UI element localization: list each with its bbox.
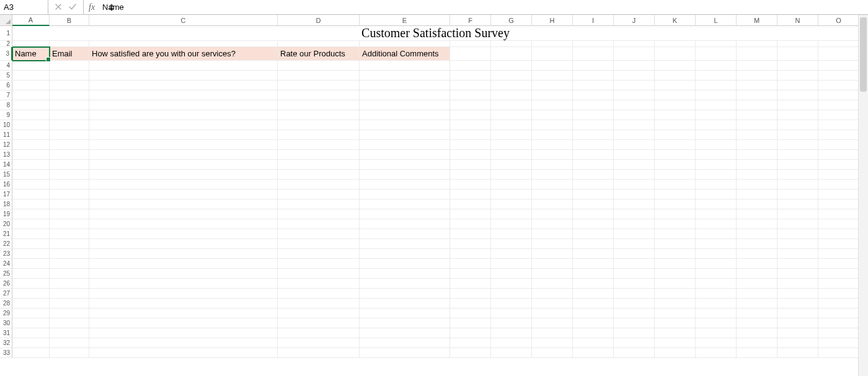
cell-C24[interactable] bbox=[89, 259, 278, 269]
cell-H32[interactable] bbox=[532, 338, 573, 348]
cell-H11[interactable] bbox=[532, 130, 573, 140]
cell-I4[interactable] bbox=[573, 61, 614, 71]
cell-C23[interactable] bbox=[89, 249, 278, 259]
cell-F33[interactable] bbox=[450, 348, 491, 358]
cell-N10[interactable] bbox=[777, 120, 818, 130]
cell-F16[interactable] bbox=[450, 180, 491, 190]
cell-F23[interactable] bbox=[450, 249, 491, 259]
cell-O15[interactable] bbox=[818, 170, 859, 180]
cell-F22[interactable] bbox=[450, 239, 491, 249]
cell-O30[interactable] bbox=[818, 318, 859, 328]
cell-E26[interactable] bbox=[360, 279, 450, 289]
cell-F12[interactable] bbox=[450, 140, 491, 150]
cell-D9[interactable] bbox=[278, 110, 360, 120]
cell-B17[interactable] bbox=[50, 190, 89, 199]
cell-B22[interactable] bbox=[50, 239, 89, 249]
cell-L4[interactable] bbox=[696, 61, 737, 71]
cell-D18[interactable] bbox=[278, 199, 360, 209]
cell-J15[interactable] bbox=[614, 170, 655, 180]
cell-O27[interactable] bbox=[818, 289, 859, 299]
cell-M6[interactable] bbox=[737, 81, 777, 90]
cell-F15[interactable] bbox=[450, 170, 491, 180]
cell-O6[interactable] bbox=[818, 81, 859, 90]
cell-N4[interactable] bbox=[777, 61, 818, 71]
cell-G10[interactable] bbox=[491, 120, 532, 130]
cell-F11[interactable] bbox=[450, 130, 491, 140]
cell-C9[interactable] bbox=[89, 110, 278, 120]
cell-N2[interactable] bbox=[777, 41, 818, 47]
cell-K15[interactable] bbox=[655, 170, 696, 180]
row-header-33[interactable]: 33 bbox=[0, 348, 12, 358]
cell-C20[interactable] bbox=[89, 219, 278, 229]
row-header-26[interactable]: 26 bbox=[0, 279, 12, 289]
row-header-1[interactable]: 1 bbox=[0, 26, 12, 41]
cell-B15[interactable] bbox=[50, 170, 89, 180]
row-header-8[interactable]: 8 bbox=[0, 100, 12, 110]
cell-G28[interactable] bbox=[491, 299, 532, 308]
cell-K17[interactable] bbox=[655, 190, 696, 199]
cell-O4[interactable] bbox=[818, 61, 859, 71]
cell-C7[interactable] bbox=[89, 90, 278, 100]
cell-A26[interactable] bbox=[12, 279, 50, 289]
cell-E11[interactable] bbox=[360, 130, 450, 140]
cell-B18[interactable] bbox=[50, 199, 89, 209]
cell-J32[interactable] bbox=[614, 338, 655, 348]
cell-L6[interactable] bbox=[696, 81, 737, 90]
cell-M8[interactable] bbox=[737, 100, 777, 110]
cell-G14[interactable] bbox=[491, 160, 532, 170]
cell-H7[interactable] bbox=[532, 90, 573, 100]
cell-N29[interactable] bbox=[777, 308, 818, 318]
cell-O19[interactable] bbox=[818, 209, 859, 219]
cell-H28[interactable] bbox=[532, 299, 573, 308]
cell-N32[interactable] bbox=[777, 338, 818, 348]
cell-K16[interactable] bbox=[655, 180, 696, 190]
row-header-32[interactable]: 32 bbox=[0, 338, 12, 348]
cell-I7[interactable] bbox=[573, 90, 614, 100]
cell-E16[interactable] bbox=[360, 180, 450, 190]
cell-B21[interactable] bbox=[50, 229, 89, 239]
cell-N24[interactable] bbox=[777, 259, 818, 269]
cell-B7[interactable] bbox=[50, 90, 89, 100]
cell-K21[interactable] bbox=[655, 229, 696, 239]
cell-N6[interactable] bbox=[777, 81, 818, 90]
cell-C4[interactable] bbox=[89, 61, 278, 71]
row-header-14[interactable]: 14 bbox=[0, 160, 12, 170]
cell-A23[interactable] bbox=[12, 249, 50, 259]
cell-G8[interactable] bbox=[491, 100, 532, 110]
cell-H2[interactable] bbox=[532, 41, 573, 47]
cell-E18[interactable] bbox=[360, 199, 450, 209]
cell-L3[interactable] bbox=[696, 47, 737, 61]
cell-M9[interactable] bbox=[737, 110, 777, 120]
cell-J26[interactable] bbox=[614, 279, 655, 289]
cell-J5[interactable] bbox=[614, 71, 655, 81]
column-header-E[interactable]: E bbox=[360, 15, 450, 26]
cell-J19[interactable] bbox=[614, 209, 655, 219]
cell-N21[interactable] bbox=[777, 229, 818, 239]
cell-O17[interactable] bbox=[818, 190, 859, 199]
cell-K19[interactable] bbox=[655, 209, 696, 219]
cell-I28[interactable] bbox=[573, 299, 614, 308]
cell-O7[interactable] bbox=[818, 90, 859, 100]
column-header-O[interactable]: O bbox=[818, 15, 859, 26]
cell-H10[interactable] bbox=[532, 120, 573, 130]
cell-C15[interactable] bbox=[89, 170, 278, 180]
cell-C11[interactable] bbox=[89, 130, 278, 140]
cell-M17[interactable] bbox=[737, 190, 777, 199]
column-header-F[interactable]: F bbox=[450, 15, 491, 26]
cell-K26[interactable] bbox=[655, 279, 696, 289]
cell-J3[interactable] bbox=[614, 47, 655, 61]
cell-D25[interactable] bbox=[278, 269, 360, 279]
cell-H5[interactable] bbox=[532, 71, 573, 81]
cell-O33[interactable] bbox=[818, 348, 859, 358]
row-header-13[interactable]: 13 bbox=[0, 150, 12, 160]
row-header-22[interactable]: 22 bbox=[0, 239, 12, 249]
cell-D2[interactable] bbox=[278, 41, 360, 47]
cell-E7[interactable] bbox=[360, 90, 450, 100]
vertical-scrollbar[interactable] bbox=[858, 15, 868, 376]
cell-E6[interactable] bbox=[360, 81, 450, 90]
cell-C26[interactable] bbox=[89, 279, 278, 289]
cell-B23[interactable] bbox=[50, 249, 89, 259]
cell-F26[interactable] bbox=[450, 279, 491, 289]
cell-N28[interactable] bbox=[777, 299, 818, 308]
cell-E27[interactable] bbox=[360, 289, 450, 299]
